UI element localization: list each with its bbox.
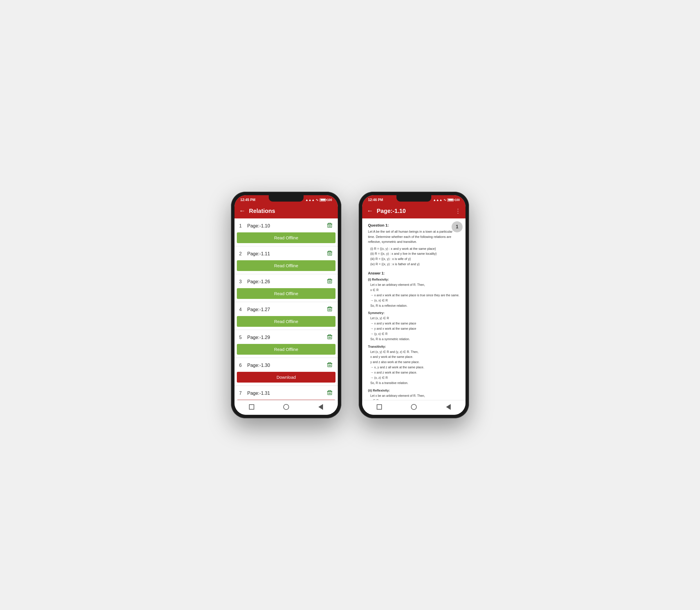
answer-line: y and z also work at the same place. — [368, 359, 460, 365]
battery-pct-r: 100 — [455, 198, 460, 202]
list-item: 4Page:-1.27 Read Offline — [234, 302, 338, 330]
reader-scroll: 1 Question 1: Let A be the set of all hu… — [362, 219, 466, 400]
trash-icon[interactable] — [326, 389, 333, 397]
answer-line: → (y, x) ∈ R — [368, 332, 460, 337]
status-icons-right: ▲▲▲ ∿ 100 — [433, 198, 460, 202]
answer-line: Let x be an arbitrary element of R. Then… — [368, 393, 460, 399]
answer-line: So, R is a transitive relation. — [368, 381, 460, 386]
answer-line: Let x be an arbitrary element of R. Then… — [368, 282, 460, 288]
app-header-right: ← Page:-1.10 ⋮ — [362, 203, 466, 219]
relation-item: (iv) R = {(x, y) : x is father of and y} — [370, 262, 460, 267]
answer-section: (ii) Reflexivity:Let x be an arbitrary e… — [368, 389, 460, 400]
list-item: 6Page:-1.30 Download — [234, 358, 338, 386]
wifi-icon-r: ∿ — [444, 198, 446, 202]
read-offline-button[interactable]: Read Offline — [237, 344, 335, 355]
trash-icon[interactable] — [326, 278, 333, 286]
nav-back-icon-r[interactable] — [445, 403, 452, 411]
answer-line: → x and y work at the same place — [368, 321, 460, 326]
item-label: Page:-1.11 — [247, 251, 326, 256]
list-item-header: 3Page:-1.26 — [234, 274, 338, 288]
item-label: Page:-1.27 — [247, 307, 326, 312]
question-block: Question 1: Let A be the set of all huma… — [368, 223, 460, 267]
list-item: 7Page:-1.31 Download — [234, 386, 338, 400]
relation-item: (iii) R = {(x, y) : x is wife of y} — [370, 256, 460, 262]
item-label: Page:-1.30 — [247, 363, 326, 368]
list-item-header: 4Page:-1.27 — [234, 302, 338, 316]
relation-item: (i) R = {(x, y) : x and y work at the sa… — [370, 246, 460, 252]
phone-left: 12:45 PM ▲▲▲ ∿ 100 ← Relations 1Page:-1.… — [231, 192, 341, 418]
trash-icon[interactable] — [326, 250, 333, 258]
answer-line: x and y work at the same place. — [368, 354, 460, 359]
trash-icon[interactable] — [326, 362, 333, 369]
trash-icon[interactable] — [326, 222, 333, 230]
app-header-left: ← Relations — [234, 203, 338, 219]
back-button-left[interactable]: ← — [239, 208, 246, 214]
item-number: 2 — [239, 251, 244, 256]
read-offline-button[interactable]: Read Offline — [237, 232, 335, 243]
answer-section: Transitivity:Let (x, y) ∈ R and (y, z) ∈… — [368, 345, 460, 386]
signal-icon: ▲▲▲ — [305, 198, 315, 202]
phone-right: 12:46 PM ▲▲▲ ∿ 100 ← Page:-1.10 ⋮ 1 Ques… — [359, 192, 469, 418]
question-title: Question 1: — [368, 223, 460, 227]
page-badge: 1 — [452, 221, 463, 232]
answer-line: Let (x, y) ∈ R and (y, z) ∈ R. Then, — [368, 350, 460, 355]
status-bar-right: 12:46 PM ▲▲▲ ∿ 100 — [362, 195, 466, 203]
list-item: 1Page:-1.10 Read Offline — [234, 219, 338, 246]
list-scroll: 1Page:-1.10 Read Offline2Page:-1.11 Read… — [234, 219, 338, 400]
section-title: Transitivity: — [368, 345, 460, 348]
answer-line: So, R is a reflexive relation. — [368, 303, 460, 308]
back-button-right[interactable]: ← — [367, 208, 373, 214]
menu-dots-icon[interactable]: ⋮ — [455, 207, 461, 214]
item-label: Page:-1.29 — [247, 335, 326, 340]
question-intro: Let A be the set of all human beings in … — [368, 229, 460, 245]
section-title: (i) Reflexivity: — [368, 278, 460, 281]
item-number: 1 — [239, 223, 244, 229]
list-item: 2Page:-1.11 Read Offline — [234, 246, 338, 274]
list-item-header: 7Page:-1.31 — [234, 386, 338, 400]
download-button[interactable]: Download — [237, 372, 335, 383]
read-offline-button[interactable]: Read Offline — [237, 316, 335, 327]
nav-home-icon-r[interactable] — [410, 403, 418, 411]
nav-home-icon[interactable] — [282, 403, 290, 411]
answer-line: → x, y and z all work at the same place. — [368, 365, 460, 370]
list-item: 5Page:-1.29 Read Offline — [234, 330, 338, 358]
read-offline-button[interactable]: Read Offline — [237, 260, 335, 271]
answer-section: Symmetry:Let (x, y) ∈ R→ x and y work at… — [368, 311, 460, 342]
battery-icon — [319, 198, 326, 202]
trash-icon[interactable] — [326, 334, 333, 342]
bottom-nav-left — [234, 400, 338, 415]
item-number: 5 — [239, 335, 244, 340]
answer-line: → (x, z) ∈ R — [368, 375, 460, 381]
signal-icon-r: ▲▲▲ — [433, 198, 443, 202]
list-item: 3Page:-1.26 Read Offline — [234, 274, 338, 302]
time-right: 12:46 PM — [368, 198, 383, 202]
status-icons-left: ▲▲▲ ∿ 100 — [305, 198, 332, 202]
page-title-right: Page:-1.10 — [377, 208, 452, 214]
relation-item: (ii) R = {(x, y) : x and y live in the s… — [370, 251, 460, 256]
item-number: 3 — [239, 279, 244, 284]
answer-line: Let (x, y) ∈ R — [368, 316, 460, 321]
list-item-header: 1Page:-1.10 — [234, 219, 338, 232]
time-left: 12:45 PM — [240, 198, 255, 202]
answer-title: Answer 1: — [368, 271, 460, 275]
answer-line: → y and x work at the same place — [368, 326, 460, 332]
page-title-left: Relations — [249, 208, 333, 214]
nav-square-icon-r[interactable] — [376, 403, 383, 411]
section-title: Symmetry: — [368, 311, 460, 315]
read-offline-button[interactable]: Read Offline — [237, 288, 335, 299]
answer-line: x ∈ R — [368, 398, 460, 400]
answer-line: → (x, x) ∈ R — [368, 298, 460, 303]
trash-icon[interactable] — [326, 306, 333, 314]
item-number: 7 — [239, 391, 244, 396]
item-label: Page:-1.31 — [247, 391, 326, 396]
list-item-header: 5Page:-1.29 — [234, 330, 338, 344]
answer-line: → x and x work at the same place is true… — [368, 293, 460, 298]
item-label: Page:-1.10 — [247, 223, 326, 229]
nav-square-icon[interactable] — [248, 403, 255, 411]
item-label: Page:-1.26 — [247, 279, 326, 284]
nav-back-icon[interactable] — [317, 403, 324, 411]
item-number: 4 — [239, 307, 244, 312]
wifi-icon: ∿ — [316, 198, 318, 202]
battery-pct: 100 — [327, 198, 332, 202]
answer-section: (i) Reflexivity:Let x be an arbitrary el… — [368, 278, 460, 308]
